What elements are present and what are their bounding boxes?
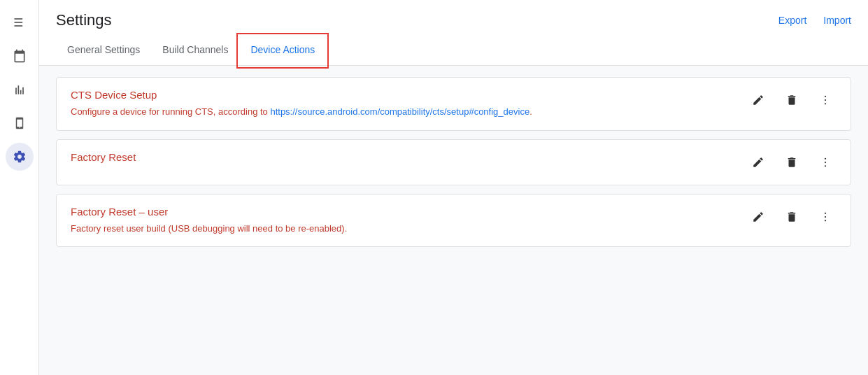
svg-point-3 <box>825 96 826 97</box>
sidebar <box>0 0 39 375</box>
action-desc-fru: Factory reset user build (USB debugging … <box>71 222 736 236</box>
delete-button-cts[interactable] <box>781 89 803 111</box>
action-desc-link[interactable]: https://source.android.com/compatibility… <box>270 106 529 117</box>
svg-point-10 <box>825 215 826 217</box>
action-desc-suffix: . <box>529 106 532 117</box>
sidebar-item-settings[interactable] <box>6 143 34 171</box>
svg-rect-2 <box>14 25 22 27</box>
page-header: Settings Export Import <box>39 0 868 29</box>
svg-point-5 <box>825 103 826 104</box>
header-actions: Export Import <box>778 15 851 26</box>
tabs-bar: General Settings Build Channels Device A… <box>39 35 868 66</box>
sidebar-item-analytics[interactable] <box>6 76 34 104</box>
svg-rect-1 <box>14 22 22 23</box>
tab-device-actions[interactable]: Device Actions <box>239 36 326 66</box>
tab-build-channels[interactable]: Build Channels <box>151 36 239 66</box>
sidebar-item-calendar[interactable] <box>6 42 34 70</box>
action-card-cts-device-setup: CTS Device Setup Configure a device for … <box>56 77 851 131</box>
action-title-fru: Factory Reset – user <box>71 206 736 218</box>
more-button-cts[interactable] <box>814 89 837 111</box>
import-button[interactable]: Import <box>823 15 851 26</box>
action-card-factory-reset-user: Factory Reset – user Factory reset user … <box>56 194 851 248</box>
svg-point-7 <box>825 161 826 162</box>
sidebar-item-device[interactable] <box>6 109 34 137</box>
more-button-fr[interactable] <box>814 151 837 174</box>
action-controls-fr <box>736 151 837 174</box>
export-button[interactable]: Export <box>778 15 806 26</box>
action-card-body-fr: Factory Reset <box>71 151 736 167</box>
action-card-body: CTS Device Setup Configure a device for … <box>71 89 736 119</box>
svg-point-11 <box>825 220 826 221</box>
action-card-body-fru: Factory Reset – user Factory reset user … <box>71 206 736 236</box>
delete-button-fr[interactable] <box>781 151 803 174</box>
svg-rect-0 <box>14 18 22 20</box>
action-desc-text: Configure a device for running CTS, acco… <box>71 106 270 117</box>
edit-button-fru[interactable] <box>747 206 769 228</box>
svg-point-4 <box>825 99 826 101</box>
action-title-fr: Factory Reset <box>71 151 736 163</box>
action-title-cts: CTS Device Setup <box>71 89 736 101</box>
content-area: CTS Device Setup Configure a device for … <box>39 66 868 375</box>
action-desc-cts: Configure a device for running CTS, acco… <box>71 105 736 119</box>
action-card-factory-reset: Factory Reset <box>56 139 851 185</box>
svg-point-8 <box>825 165 826 167</box>
svg-point-6 <box>825 157 826 159</box>
tab-general-settings[interactable]: General Settings <box>56 36 151 66</box>
delete-button-fru[interactable] <box>781 206 803 228</box>
edit-button-fr[interactable] <box>747 151 769 174</box>
more-button-fru[interactable] <box>814 206 837 228</box>
page-title: Settings <box>56 11 112 29</box>
sidebar-item-list[interactable] <box>6 8 34 36</box>
action-controls-fru <box>736 206 837 228</box>
action-controls <box>736 89 837 111</box>
edit-button-cts[interactable] <box>747 89 769 111</box>
main-content: Settings Export Import General Settings … <box>39 0 868 375</box>
svg-point-9 <box>825 212 826 213</box>
